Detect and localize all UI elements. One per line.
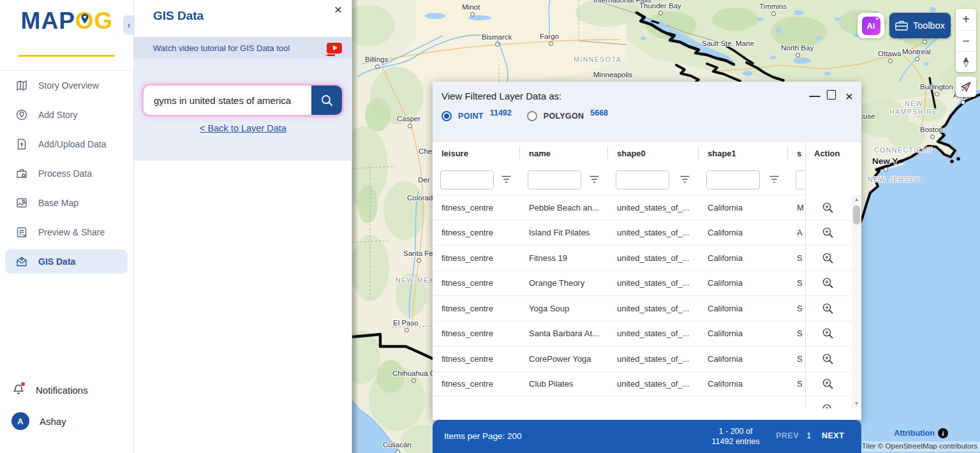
filter-row (433, 165, 805, 195)
pinned-column-divider (805, 142, 806, 408)
sidebar-item-add-upload-data[interactable]: Add/Upload Data (5, 132, 128, 156)
column-header-shape0[interactable]: shape0 (608, 142, 699, 165)
attribution-toggle[interactable]: Attribution i (894, 428, 948, 438)
sidebar-item-label: GIS Data (38, 256, 75, 267)
vertical-scroll-thumb[interactable] (853, 205, 860, 225)
zoom-in-button[interactable]: + (956, 9, 976, 30)
zoom-to-feature-button[interactable] (805, 271, 850, 296)
cell-shape2: M (788, 203, 805, 212)
zoom-to-feature-button[interactable] (805, 346, 850, 371)
sidebar-collapse-button[interactable]: ‹ (123, 15, 135, 34)
zoom-in-magnifier-icon (822, 327, 834, 339)
zoom-in-magnifier-icon (822, 202, 834, 214)
gis-data-icon (15, 255, 28, 268)
ai-tool-button[interactable]: Ai✦ (858, 13, 884, 38)
filter-input-shape2[interactable] (796, 170, 805, 189)
zoom-to-feature-button[interactable] (805, 296, 850, 321)
point-radio[interactable] (442, 111, 452, 121)
back-to-layer-data-link[interactable]: < Back to Layer Data (134, 123, 352, 133)
filter-icon[interactable] (501, 175, 511, 183)
cell-name: Pebble Beach an... (520, 203, 608, 212)
column-header-shape2[interactable]: s (788, 142, 805, 165)
cell-name: CorePower Yoga (520, 354, 608, 364)
zoom-in-magnifier-icon (822, 403, 834, 408)
box-gear-icon (15, 167, 28, 180)
user-menu[interactable]: A Ashay (11, 412, 66, 430)
filter-input-leisure[interactable] (440, 170, 494, 189)
entries-range: 1 - 200 of11492 entries (701, 426, 771, 447)
scroll-down-arrow[interactable]: ▼ (852, 399, 861, 408)
column-header-action: Action (805, 142, 850, 165)
filter-input-name[interactable] (528, 170, 581, 189)
current-page-number: 1 (806, 431, 812, 440)
polygon-radio[interactable] (527, 111, 537, 121)
filter-icon[interactable] (769, 175, 779, 183)
sidebar-item-preview-share[interactable]: Preview & Share (5, 220, 128, 244)
search-input[interactable] (144, 85, 311, 115)
sidebar-item-story-overview[interactable]: Story Overview (5, 73, 128, 98)
cell-leisure: fitness_centre (433, 253, 520, 263)
sidebar-item-base-map[interactable]: Base Map (5, 191, 128, 215)
filter-icon[interactable] (590, 175, 599, 183)
table-row: fitness_centre Yoga Soup united_states_o… (433, 296, 852, 322)
cell-shape1: California (699, 304, 788, 313)
filter-input-shape0[interactable] (616, 170, 669, 189)
geolocate-disabled-button[interactable] (956, 77, 976, 97)
zoom-to-feature-button[interactable] (805, 221, 850, 246)
compass-button[interactable] (956, 51, 976, 72)
cell-name: Orange Theory (520, 278, 608, 288)
video-tutorial-bar[interactable]: Watch video tutorial for GIS Data tool (134, 37, 352, 59)
search-button[interactable] (311, 85, 342, 115)
zoom-to-feature-button[interactable] (805, 195, 850, 220)
notifications-button[interactable]: Notifications (11, 383, 88, 397)
scroll-up-arrow[interactable]: ▲ (852, 195, 861, 204)
filter-input-shape1[interactable] (706, 170, 760, 189)
youtube-icon[interactable] (327, 43, 342, 54)
zoom-out-button[interactable]: − (956, 30, 976, 51)
zoom-to-feature-button[interactable] (805, 246, 850, 271)
cell-shape1: California (699, 253, 788, 263)
next-page-button[interactable]: NEXT (822, 431, 844, 440)
table-row: fitness_centre CorePower Yoga united_sta… (433, 346, 852, 372)
polygon-radio-label[interactable]: POLYGON (544, 112, 584, 121)
maximize-button[interactable] (824, 89, 838, 103)
table-row (433, 397, 852, 408)
prev-page-button[interactable]: PREV (776, 431, 799, 440)
data-table: leisure name shape0 shape1 s Action fitn… (433, 142, 861, 408)
zoom-to-feature-button[interactable] (805, 322, 850, 346)
zoom-in-magnifier-icon (822, 226, 834, 239)
table-row: fitness_centre Pebble Beach an... united… (433, 195, 852, 221)
modal-close-button[interactable]: × (842, 89, 856, 103)
filter-icon[interactable] (680, 175, 690, 183)
attribution-label: Attribution (894, 429, 935, 438)
user-name: Ashay (40, 416, 66, 427)
sidebar-item-gis-data[interactable]: GIS Data (5, 249, 128, 274)
column-header-name[interactable]: name (520, 142, 608, 165)
filtered-layer-data-modal: View Filtered Layer Data as: — × POINT 1… (433, 82, 861, 420)
search-icon (320, 94, 334, 107)
cell-shape2: S (788, 379, 805, 389)
cell-shape1: California (699, 203, 788, 212)
panel-close-button[interactable]: × (330, 1, 346, 18)
cell-name: Island Fit Pilates (520, 228, 608, 237)
column-header-shape1[interactable]: shape1 (699, 142, 788, 165)
sidebar-item-label: Story Overview (38, 80, 99, 91)
cell-shape0: united_states_of_... (608, 304, 699, 313)
column-header-leisure[interactable]: leisure (433, 142, 520, 165)
zoom-to-feature-button[interactable] (805, 372, 850, 397)
preview-share-icon (15, 226, 28, 239)
minimize-button[interactable]: — (808, 89, 822, 103)
notification-badge (21, 382, 25, 386)
toolbox-button[interactable]: Toolbox (889, 13, 951, 38)
toolbox-label: Toolbox (913, 20, 945, 31)
sidebar-item-add-story[interactable]: Add Story (5, 103, 128, 127)
zoom-in-magnifier-icon (822, 302, 834, 315)
sidebar-item-process-data[interactable]: Process Data (5, 161, 128, 186)
point-radio-label[interactable]: POINT (458, 112, 484, 121)
zoom-to-feature-button[interactable] (805, 397, 850, 408)
cell-leisure: fitness_centre (433, 203, 520, 212)
cell-leisure: fitness_centre (433, 379, 520, 389)
vertical-scrollbar[interactable]: ▲ ▼ (852, 195, 861, 408)
items-per-page[interactable]: Items per Page: 200 (444, 431, 522, 441)
osm-credit: pTiler © OpenStreetMap contributors (852, 442, 980, 452)
